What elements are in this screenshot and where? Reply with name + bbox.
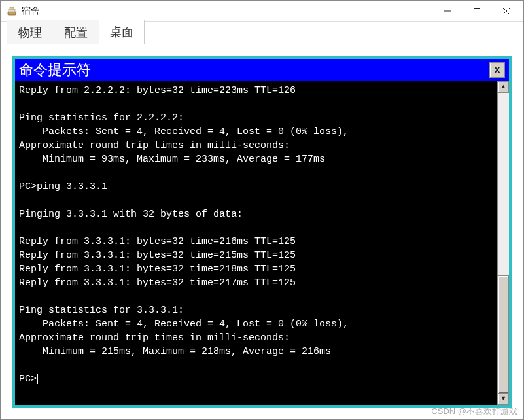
terminal-body: Reply from 2.2.2.2: bytes=32 time=223ms … <box>15 81 509 405</box>
svg-rect-0 <box>8 12 16 15</box>
minimize-button[interactable] <box>432 1 462 21</box>
app-icon <box>6 5 18 17</box>
terminal-titlebar[interactable]: 命令提示符 X <box>15 59 509 81</box>
svg-rect-2 <box>10 7 14 9</box>
scroll-down-button[interactable]: ▼ <box>498 393 509 405</box>
terminal-prompt: PC> <box>19 374 37 385</box>
terminal-output[interactable]: Reply from 2.2.2.2: bytes=32 time=223ms … <box>15 81 497 405</box>
scroll-thumb[interactable] <box>498 275 509 393</box>
close-button[interactable] <box>491 1 521 21</box>
terminal-title: 命令提示符 <box>19 60 91 80</box>
window-title: 宿舍 <box>22 5 432 17</box>
terminal-cursor <box>37 374 38 384</box>
scroll-up-button[interactable]: ▲ <box>498 81 509 93</box>
svg-rect-1 <box>9 9 15 12</box>
app-window: 宿舍 物理 配置 桌面 命令提示符 X Reply from 2.2.2 <box>0 0 524 420</box>
tab-physical[interactable]: 物理 <box>7 20 53 44</box>
maximize-button[interactable] <box>462 1 491 21</box>
tab-desktop[interactable]: 桌面 <box>99 20 145 44</box>
scroll-track[interactable] <box>498 93 509 393</box>
terminal-window: 命令提示符 X Reply from 2.2.2.2: bytes=32 tim… <box>12 56 512 408</box>
terminal-close-button[interactable]: X <box>489 62 505 78</box>
terminal-scrollbar[interactable]: ▲ ▼ <box>497 81 509 405</box>
svg-rect-4 <box>474 8 480 14</box>
tab-config[interactable]: 配置 <box>53 20 99 44</box>
content-area: 命令提示符 X Reply from 2.2.2.2: bytes=32 tim… <box>1 44 523 419</box>
titlebar[interactable]: 宿舍 <box>1 1 523 22</box>
tabbar: 物理 配置 桌面 <box>1 22 523 44</box>
window-controls <box>432 1 521 21</box>
